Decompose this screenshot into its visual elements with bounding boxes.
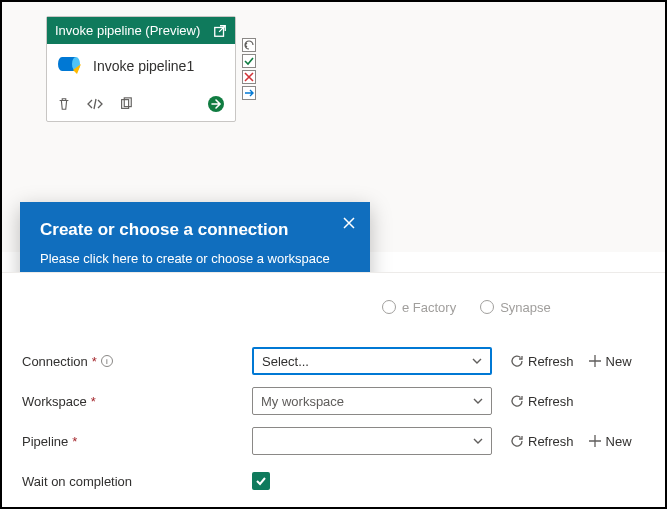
required-marker: *: [92, 354, 97, 369]
workspace-value: My workspace: [261, 394, 344, 409]
connection-label: Connection: [22, 354, 88, 369]
workspace-row: Workspace * My workspace Refresh: [22, 381, 645, 421]
refresh-button[interactable]: Refresh: [510, 354, 574, 369]
pipeline-dropdown[interactable]: [252, 427, 492, 455]
workspace-dropdown[interactable]: My workspace: [252, 387, 492, 415]
activity-header-label: Invoke pipeline (Preview): [55, 23, 200, 38]
required-marker: *: [91, 394, 96, 409]
info-icon[interactable]: i: [101, 355, 113, 367]
radio-synapse[interactable]: Synapse: [480, 300, 551, 315]
new-button[interactable]: New: [588, 434, 632, 449]
wait-checkbox[interactable]: [252, 472, 270, 490]
chevron-down-icon: [473, 436, 483, 446]
chevron-down-icon: [473, 396, 483, 406]
refresh-icon: [510, 434, 524, 448]
close-icon[interactable]: [342, 216, 356, 233]
skip-status-icon[interactable]: [242, 86, 256, 100]
type-radio-row: e Factory Synapse: [22, 273, 645, 341]
check-icon: [255, 475, 267, 487]
delete-icon[interactable]: [57, 97, 71, 111]
code-icon[interactable]: [87, 97, 103, 111]
connection-dropdown[interactable]: Select...: [252, 347, 492, 375]
new-button[interactable]: New: [588, 354, 632, 369]
refresh-icon: [510, 354, 524, 368]
chevron-down-icon: [472, 356, 482, 366]
open-external-icon[interactable]: [213, 24, 227, 38]
activity-body: Invoke pipeline1: [47, 44, 235, 87]
activity-name[interactable]: Invoke pipeline1: [93, 58, 194, 74]
plus-icon: [588, 354, 602, 368]
refresh-icon: [510, 394, 524, 408]
undo-icon[interactable]: [242, 38, 256, 52]
wait-row: Wait on completion: [22, 461, 645, 501]
connection-row: Connection * i Select... Refresh New: [22, 341, 645, 381]
activity-footer: [47, 87, 235, 121]
status-column: [242, 38, 256, 100]
required-marker: *: [72, 434, 77, 449]
callout-title: Create or choose a connection: [40, 220, 350, 240]
pipeline-row: Pipeline * Refresh New: [22, 421, 645, 461]
pipeline-label: Pipeline: [22, 434, 68, 449]
refresh-button[interactable]: Refresh: [510, 394, 574, 409]
wait-label: Wait on completion: [22, 474, 132, 489]
radio-data-factory[interactable]: e Factory: [382, 300, 456, 315]
fail-status-icon[interactable]: [242, 70, 256, 84]
activity-header: Invoke pipeline (Preview): [47, 17, 235, 44]
refresh-button[interactable]: Refresh: [510, 434, 574, 449]
run-icon[interactable]: [207, 95, 225, 113]
pipeline-icon: [57, 54, 83, 77]
workspace-label: Workspace: [22, 394, 87, 409]
success-status-icon[interactable]: [242, 54, 256, 68]
settings-panel: e Factory Synapse Connection * i Select.…: [2, 272, 665, 507]
connection-value: Select...: [262, 354, 309, 369]
activity-card[interactable]: Invoke pipeline (Preview) Invoke pipelin…: [46, 16, 236, 122]
copy-icon[interactable]: [119, 97, 133, 111]
plus-icon: [588, 434, 602, 448]
